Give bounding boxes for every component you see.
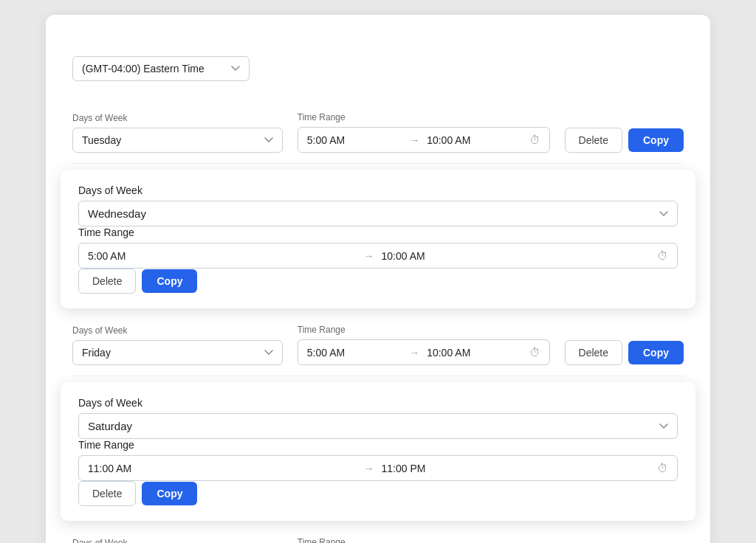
time-section-friday: Time Range 5:00 AM → 10:00 AM ⏱ xyxy=(298,325,550,365)
days-label-tuesday: Days of Week xyxy=(72,113,283,123)
schedule-row-tuesday: Days of Week SundayMondayTuesdayWednesda… xyxy=(72,102,684,164)
time-label-sunday: Time Range xyxy=(298,537,550,543)
schedule-row-friday: Days of Week SundayMondayTuesdayWednesda… xyxy=(72,314,684,376)
days-section-sunday: Days of Week SundayMondayTuesdayWednesda… xyxy=(72,538,283,543)
clock-icon-tuesday: ⏱ xyxy=(529,134,540,146)
end-time-saturday: 11:00 PM xyxy=(382,463,650,474)
time-label-saturday: Time Range xyxy=(78,439,678,451)
time-section-tuesday: Time Range 5:00 AM → 10:00 AM ⏱ xyxy=(298,112,550,153)
page-wrapper: (GMT-04:00) Eastern Time(GMT-05:00) Cent… xyxy=(15,15,741,543)
actions-tuesday: Delete Copy xyxy=(565,128,684,153)
days-section-tuesday: Days of Week SundayMondayTuesdayWednesda… xyxy=(72,113,283,153)
time-range-tuesday: 5:00 AM → 10:00 AM ⏱ xyxy=(298,127,550,153)
copy-button-saturday[interactable]: Copy xyxy=(142,482,197,505)
clock-icon-wednesday: ⏱ xyxy=(657,249,668,262)
days-label-wednesday: Days of Week xyxy=(78,184,678,196)
time-section-sunday: Time Range 11:00 AM → 11:00 PM ⏱ xyxy=(298,537,550,543)
clock-icon-friday: ⏱ xyxy=(529,346,540,359)
time-range-wednesday: 5:00 AM → 10:00 AM ⏱ xyxy=(78,243,678,269)
time-range-friday: 5:00 AM → 10:00 AM ⏱ xyxy=(298,339,550,365)
schedule-rows: Days of Week SundayMondayTuesdayWednesda… xyxy=(72,102,684,543)
schedule-row-saturday: Days of Week SundayMondayTuesdayWednesda… xyxy=(61,382,695,521)
copy-button-friday[interactable]: Copy xyxy=(628,341,684,364)
copy-button-tuesday[interactable]: Copy xyxy=(628,128,684,152)
schedule-row-sunday: Days of Week SundayMondayTuesdayWednesda… xyxy=(72,527,684,543)
arrow-icon-wednesday: → xyxy=(364,250,374,262)
days-section-wednesday: Days of Week SundayMondayTuesdayWednesda… xyxy=(78,184,678,226)
end-time-friday: 10:00 AM xyxy=(427,347,521,359)
time-label-friday: Time Range xyxy=(298,325,550,335)
delete-button-wednesday[interactable]: Delete xyxy=(78,269,136,294)
time-range-saturday: 11:00 AM → 11:00 PM ⏱ xyxy=(78,455,678,481)
start-time-saturday: 11:00 AM xyxy=(88,463,357,474)
day-select-saturday[interactable]: SundayMondayTuesdayWednesdayThursdayFrid… xyxy=(78,413,678,439)
copy-button-wednesday[interactable]: Copy xyxy=(142,269,197,293)
actions-wednesday: Delete Copy xyxy=(78,269,678,294)
start-time-tuesday: 5:00 AM xyxy=(307,134,402,146)
days-label-friday: Days of Week xyxy=(72,325,283,336)
end-time-wednesday: 10:00 AM xyxy=(382,250,650,262)
start-time-friday: 5:00 AM xyxy=(307,347,402,359)
days-section-friday: Days of Week SundayMondayTuesdayWednesda… xyxy=(72,325,283,365)
arrow-icon-tuesday: → xyxy=(409,134,419,146)
start-time-wednesday: 5:00 AM xyxy=(88,250,357,262)
clock-icon-saturday: ⏱ xyxy=(657,462,668,474)
time-section-wednesday: Time Range 5:00 AM → 10:00 AM ⏱ xyxy=(78,226,678,269)
time-label-wednesday: Time Range xyxy=(78,226,678,238)
end-time-tuesday: 10:00 AM xyxy=(427,134,521,146)
days-label-sunday: Days of Week xyxy=(72,538,283,543)
timezone-section: (GMT-04:00) Eastern Time(GMT-05:00) Cent… xyxy=(72,56,684,81)
delete-button-saturday[interactable]: Delete xyxy=(78,481,136,506)
arrow-icon-saturday: → xyxy=(364,463,374,474)
actions-saturday: Delete Copy xyxy=(78,481,678,506)
actions-friday: Delete Copy xyxy=(565,340,684,365)
days-label-saturday: Days of Week xyxy=(78,397,678,409)
time-label-tuesday: Time Range xyxy=(298,112,550,122)
day-select-friday[interactable]: SundayMondayTuesdayWednesdayThursdayFrid… xyxy=(72,340,283,365)
delete-button-tuesday[interactable]: Delete xyxy=(565,128,622,153)
days-section-saturday: Days of Week SundayMondayTuesdayWednesda… xyxy=(78,397,678,439)
time-section-saturday: Time Range 11:00 AM → 11:00 PM ⏱ xyxy=(78,439,678,481)
timezone-select[interactable]: (GMT-04:00) Eastern Time(GMT-05:00) Cent… xyxy=(72,56,250,81)
day-select-wednesday[interactable]: SundayMondayTuesdayWednesdayThursdayFrid… xyxy=(78,201,678,226)
day-select-tuesday[interactable]: SundayMondayTuesdayWednesdayThursdayFrid… xyxy=(72,128,283,153)
main-card: (GMT-04:00) Eastern Time(GMT-05:00) Cent… xyxy=(46,15,710,543)
delete-button-friday[interactable]: Delete xyxy=(565,340,622,365)
schedule-row-wednesday: Days of Week SundayMondayTuesdayWednesda… xyxy=(61,170,695,308)
arrow-icon-friday: → xyxy=(409,347,419,359)
